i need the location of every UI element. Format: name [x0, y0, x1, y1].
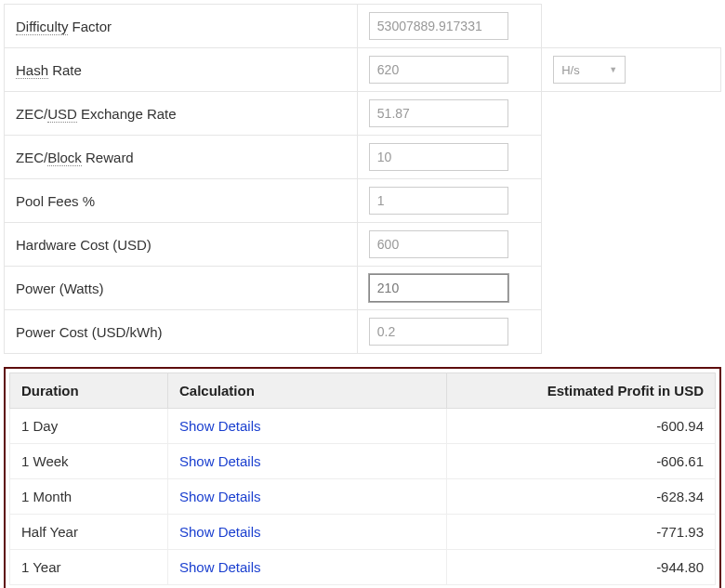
duration-cell: 1 Year	[10, 550, 168, 585]
show-details-link[interactable]: Show Details	[168, 550, 447, 585]
form-row: Power Cost (USD/kWh)	[5, 310, 721, 354]
label-text-dotted: USD	[47, 106, 77, 123]
show-details-link[interactable]: Show Details	[168, 444, 447, 479]
calculator-form-table: Difficulty FactorHash RateH/s▼ZEC/USD Ex…	[4, 4, 721, 354]
label-text: Hardware Cost (USD)	[16, 237, 152, 253]
value-input[interactable]	[369, 99, 508, 127]
form-input-cell	[357, 179, 541, 223]
label-text: Factor	[68, 19, 112, 34]
results-panel: Duration Calculation Estimated Profit in…	[4, 367, 721, 588]
profit-cell: -600.94	[447, 409, 716, 444]
label-text-dotted: Block	[47, 150, 82, 166]
value-input[interactable]	[369, 143, 508, 171]
form-row: Pool Fees %	[5, 179, 721, 223]
form-extra-cell: H/s▼	[542, 48, 721, 92]
table-row: 1 YearShow Details-944.80	[10, 550, 716, 585]
form-input-cell	[357, 5, 541, 48]
value-input[interactable]	[369, 230, 508, 258]
table-row: 1 DayShow Details-600.94	[10, 409, 716, 444]
duration-cell: 1 Day	[10, 409, 168, 444]
form-label: ZEC/Block Reward	[5, 136, 358, 179]
form-row: ZEC/Block Reward	[5, 136, 721, 179]
form-input-cell	[357, 136, 541, 179]
select-value: H/s	[561, 63, 580, 77]
form-row: Difficulty Factor	[5, 5, 721, 48]
form-extra-cell	[542, 310, 721, 354]
label-text: ZEC/	[16, 106, 47, 122]
form-label: Power Cost (USD/kWh)	[5, 310, 358, 354]
form-input-cell	[357, 267, 541, 310]
form-label: ZEC/USD Exchange Rate	[5, 92, 358, 136]
show-details-link[interactable]: Show Details	[168, 479, 447, 515]
form-extra-cell	[542, 267, 721, 310]
label-text: Pool Fees %	[16, 193, 95, 209]
value-input[interactable]	[369, 12, 508, 40]
form-label: Difficulty Factor	[5, 5, 358, 48]
profit-cell: -606.61	[447, 444, 716, 479]
header-calculation: Calculation	[168, 373, 447, 409]
value-input[interactable]	[369, 274, 508, 302]
form-row: Power (Watts)	[5, 267, 721, 310]
profit-cell: -771.93	[447, 515, 716, 550]
form-row: Hardware Cost (USD)	[5, 223, 721, 267]
form-label: Power (Watts)	[5, 267, 358, 310]
chevron-down-icon: ▼	[609, 65, 617, 74]
show-details-link[interactable]: Show Details	[168, 409, 447, 444]
table-row: Half YearShow Details-771.93	[10, 515, 716, 550]
form-extra-cell	[542, 223, 721, 267]
duration-cell: 1 Month	[10, 479, 168, 515]
value-input[interactable]	[369, 187, 508, 215]
form-extra-cell	[542, 179, 721, 223]
label-text: Rate	[48, 62, 82, 78]
label-text: Reward	[82, 150, 134, 165]
label-text: Exchange Rate	[77, 106, 177, 122]
form-input-cell	[357, 310, 541, 354]
profit-cell: -944.80	[447, 550, 716, 585]
profit-cell: -628.34	[447, 479, 716, 515]
label-text: Power Cost (USD/kWh)	[16, 324, 163, 340]
form-extra-cell	[542, 92, 721, 136]
form-extra-cell	[542, 136, 721, 179]
table-row: 1 WeekShow Details-606.61	[10, 444, 716, 479]
header-duration: Duration	[10, 373, 168, 409]
label-text: Power (Watts)	[16, 281, 103, 296]
header-profit: Estimated Profit in USD	[447, 373, 716, 409]
results-table: Duration Calculation Estimated Profit in…	[9, 372, 716, 585]
value-input[interactable]	[369, 318, 508, 346]
show-details-link[interactable]: Show Details	[168, 515, 447, 550]
table-row: 1 MonthShow Details-628.34	[10, 479, 716, 515]
form-label: Pool Fees %	[5, 179, 358, 223]
form-row: ZEC/USD Exchange Rate	[5, 92, 721, 136]
form-extra-cell	[542, 5, 721, 48]
hashrate-unit-select[interactable]: H/s▼	[553, 56, 626, 84]
label-text: ZEC/	[16, 150, 47, 165]
duration-cell: 1 Week	[10, 444, 168, 479]
label-text-dotted: Hash	[16, 62, 48, 79]
value-input[interactable]	[369, 56, 508, 84]
form-label: Hardware Cost (USD)	[5, 223, 358, 267]
duration-cell: Half Year	[10, 515, 168, 550]
form-row: Hash RateH/s▼	[5, 48, 721, 92]
form-input-cell	[357, 92, 541, 136]
label-text-dotted: Difficulty	[16, 19, 68, 35]
form-label: Hash Rate	[5, 48, 358, 92]
form-input-cell	[357, 223, 541, 267]
form-input-cell	[357, 48, 541, 92]
